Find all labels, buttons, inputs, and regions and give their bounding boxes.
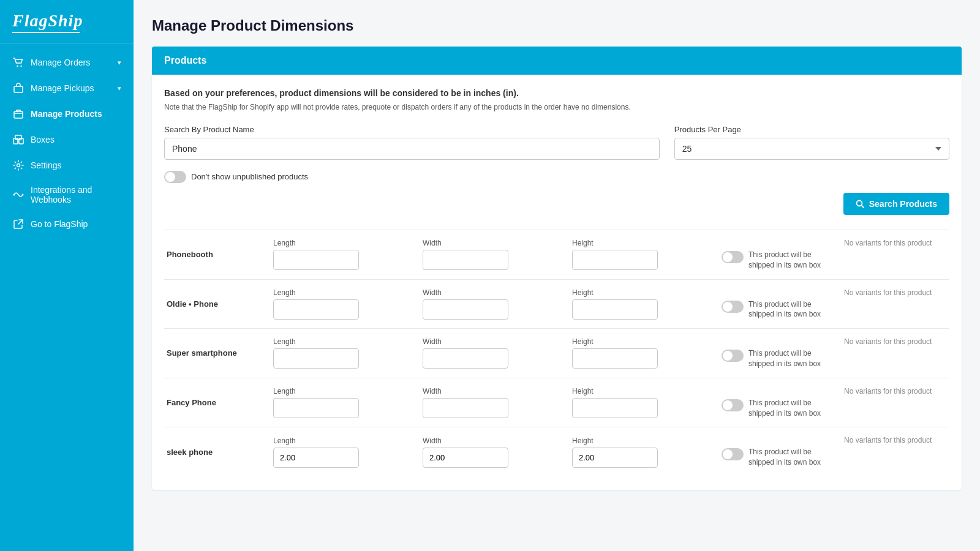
width-input-oldie-phone[interactable] bbox=[423, 299, 508, 320]
per-page-group: Products Per Page 25 50 100 bbox=[674, 125, 949, 160]
notice-primary: Based on your preferences, product dimen… bbox=[164, 88, 949, 98]
chevron-down-icon-2: ▾ bbox=[118, 84, 121, 92]
table-row: Oldie • Phone Length Width Height This p… bbox=[164, 279, 949, 329]
product-height-cell-super-smartphone: Height bbox=[567, 329, 717, 378]
own-box-text: This product will be shipped in its own … bbox=[748, 447, 834, 468]
product-length-cell-super-smartphone: Length bbox=[268, 329, 418, 378]
product-height-cell-phonebooth: Height bbox=[567, 230, 717, 280]
length-input-super-smartphone[interactable] bbox=[273, 348, 359, 369]
own-box-toggle-oldie-phone[interactable] bbox=[722, 301, 744, 313]
own-box-text: This product will be shipped in its own … bbox=[748, 398, 834, 419]
sidebar-item-integrations[interactable]: Integrations and Webhooks bbox=[0, 178, 134, 211]
per-page-label: Products Per Page bbox=[674, 125, 949, 134]
width-input-fancy-phone[interactable] bbox=[423, 398, 508, 418]
product-height-cell-fancy-phone: Height bbox=[567, 378, 717, 427]
unpublished-checkbox-row: Don't show unpublished products bbox=[164, 170, 949, 183]
card-body: Based on your preferences, product dimen… bbox=[152, 75, 962, 490]
svg-rect-2 bbox=[14, 86, 23, 92]
products-card: Products Based on your preferences, prod… bbox=[152, 47, 962, 490]
svg-point-1 bbox=[20, 66, 21, 67]
svg-rect-3 bbox=[14, 111, 23, 118]
sidebar-item-manage-pickups[interactable]: Manage Pickups ▾ bbox=[0, 75, 134, 101]
sidebar-item-manage-orders[interactable]: Manage Orders ▾ bbox=[0, 50, 134, 75]
table-row: Fancy Phone Length Width Height This pro… bbox=[164, 378, 949, 427]
pickup-icon bbox=[12, 82, 24, 94]
product-length-cell-phonebooth: Length bbox=[268, 230, 418, 280]
length-label: Length bbox=[273, 387, 413, 395]
own-box-cell-super-smartphone: This product will be shipped in its own … bbox=[717, 329, 839, 378]
width-input-super-smartphone[interactable] bbox=[423, 348, 508, 369]
no-variants-cell-super-smartphone: No variants for this product bbox=[839, 329, 949, 378]
per-page-select[interactable]: 25 50 100 bbox=[674, 138, 949, 160]
sidebar-item-settings[interactable]: Settings bbox=[0, 152, 134, 178]
sidebar-nav: Manage Orders ▾ Manage Pickups ▾ Manage … bbox=[0, 43, 134, 551]
boxes-icon bbox=[12, 133, 24, 146]
length-input-oldie-phone[interactable] bbox=[273, 299, 359, 320]
table-row: Phonebooth Length Width Height This prod… bbox=[164, 230, 949, 280]
own-box-toggle-fancy-phone[interactable] bbox=[722, 399, 744, 411]
sidebar-item-go-to-flagship[interactable]: Go to FlagShip bbox=[0, 211, 134, 237]
search-button-row: Search Products bbox=[164, 193, 949, 215]
no-variants-cell-oldie-phone: No variants for this product bbox=[839, 279, 949, 329]
height-input-sleek-phone[interactable] bbox=[572, 448, 658, 468]
sidebar-item-manage-products-label: Manage Products bbox=[31, 109, 102, 119]
search-input[interactable] bbox=[164, 138, 660, 160]
no-variants-cell-phonebooth: No variants for this product bbox=[839, 230, 949, 280]
box-icon bbox=[12, 108, 24, 120]
search-products-button[interactable]: Search Products bbox=[843, 193, 949, 215]
no-variants-cell-fancy-phone: No variants for this product bbox=[839, 378, 949, 427]
length-label: Length bbox=[273, 239, 413, 247]
product-width-cell-phonebooth: Width bbox=[418, 230, 567, 280]
sidebar-item-boxes[interactable]: Boxes bbox=[0, 127, 134, 152]
width-label: Width bbox=[423, 387, 562, 395]
product-width-cell-super-smartphone: Width bbox=[418, 329, 567, 378]
svg-point-8 bbox=[13, 194, 15, 196]
height-input-fancy-phone[interactable] bbox=[572, 398, 658, 418]
product-height-cell-oldie-phone: Height bbox=[567, 279, 717, 329]
length-label: Length bbox=[273, 288, 413, 297]
own-box-text: This product will be shipped in its own … bbox=[748, 299, 834, 320]
svg-point-0 bbox=[17, 66, 18, 67]
card-header: Products bbox=[152, 47, 962, 75]
own-box-cell-oldie-phone: This product will be shipped in its own … bbox=[717, 279, 839, 329]
length-input-sleek-phone[interactable] bbox=[273, 448, 359, 468]
own-box-text: This product will be shipped in its own … bbox=[748, 348, 834, 369]
length-input-fancy-phone[interactable] bbox=[273, 398, 359, 418]
own-box-toggle-super-smartphone[interactable] bbox=[722, 350, 744, 362]
width-input-sleek-phone[interactable] bbox=[423, 448, 508, 468]
product-width-cell-fancy-phone: Width bbox=[418, 378, 567, 427]
product-name-phonebooth: Phonebooth bbox=[164, 230, 268, 280]
width-label: Width bbox=[423, 239, 562, 247]
sidebar-item-manage-products[interactable]: Manage Products bbox=[0, 101, 134, 127]
sidebar-item-boxes-label: Boxes bbox=[31, 135, 55, 144]
search-products-button-label: Search Products bbox=[869, 199, 937, 209]
product-length-cell-sleek-phone: Length bbox=[268, 427, 418, 476]
search-label: Search By Product Name bbox=[164, 125, 660, 134]
search-by-name-group: Search By Product Name bbox=[164, 125, 660, 160]
sidebar-item-integrations-label: Integrations and Webhooks bbox=[31, 185, 121, 204]
length-label: Length bbox=[273, 437, 413, 445]
sidebar-item-settings-label: Settings bbox=[31, 160, 62, 170]
product-height-cell-sleek-phone: Height bbox=[567, 427, 717, 476]
gear-icon bbox=[12, 159, 24, 171]
product-width-cell-oldie-phone: Width bbox=[418, 279, 567, 329]
svg-point-9 bbox=[22, 194, 24, 196]
sidebar-logo: FlagShip bbox=[0, 0, 134, 43]
own-box-toggle-sleek-phone[interactable] bbox=[722, 448, 744, 460]
main-content: Manage Product Dimensions Products Based… bbox=[134, 0, 980, 551]
height-input-oldie-phone[interactable] bbox=[572, 299, 658, 320]
product-name-fancy-phone: Fancy Phone bbox=[164, 378, 268, 427]
svg-rect-6 bbox=[15, 135, 21, 140]
own-box-text: This product will be shipped in its own … bbox=[748, 250, 834, 271]
height-input-super-smartphone[interactable] bbox=[572, 348, 658, 369]
width-input-phonebooth[interactable] bbox=[423, 250, 508, 270]
dont-show-unpublished-toggle[interactable] bbox=[164, 171, 186, 183]
height-input-phonebooth[interactable] bbox=[572, 250, 658, 270]
length-label: Length bbox=[273, 337, 413, 346]
product-length-cell-oldie-phone: Length bbox=[268, 279, 418, 329]
height-label: Height bbox=[572, 288, 712, 297]
height-label: Height bbox=[572, 437, 712, 445]
length-input-phonebooth[interactable] bbox=[273, 250, 359, 270]
own-box-toggle-phonebooth[interactable] bbox=[722, 251, 744, 263]
product-name-sleek-phone: sleek phone bbox=[164, 427, 268, 476]
